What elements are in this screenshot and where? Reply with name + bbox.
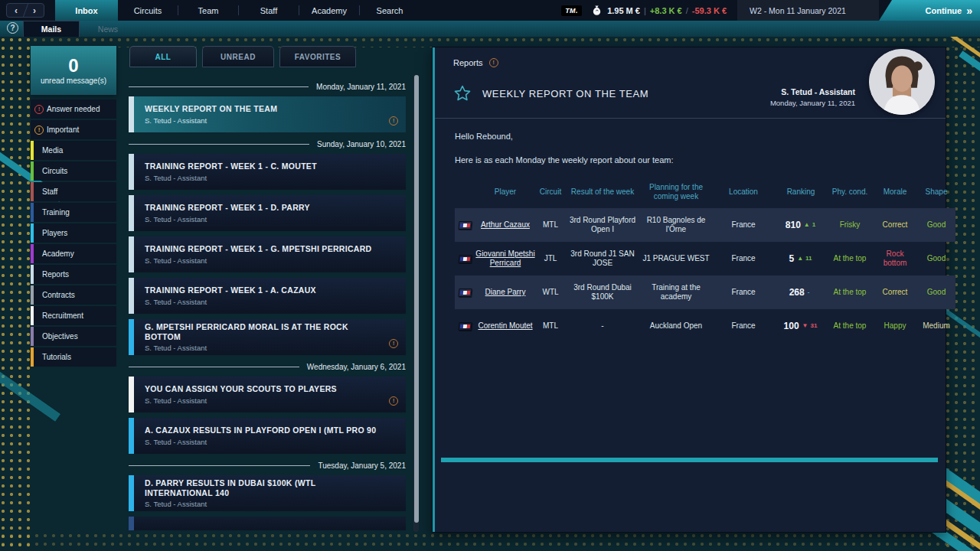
filter-label: Recruitment: [31, 311, 83, 320]
header-player: Player: [475, 187, 536, 197]
tab-news[interactable]: News: [80, 21, 136, 37]
mail-item-partial[interactable]: [129, 517, 406, 530]
category-color-bar: [31, 161, 34, 181]
tab-search[interactable]: Search: [360, 0, 420, 21]
morale-cell: Rock bottom: [873, 248, 917, 269]
mail-item-training-moutet[interactable]: TRAINING REPORT - WEEK 1 - C. MOUTET S. …: [129, 154, 406, 190]
alert-icon: !: [489, 58, 498, 67]
greeting-text: Hello Rebound,: [455, 132, 935, 141]
filter-label: Answer needed: [44, 105, 100, 113]
game-date: W2 - Mon 11 January 2021: [737, 0, 879, 21]
tab-favorites[interactable]: FAVORITES: [279, 46, 356, 67]
alert-icon: !: [34, 105, 44, 114]
location-cell: France: [712, 286, 775, 298]
tab-academy[interactable]: Academy: [299, 0, 359, 21]
filter-reports[interactable]: Reports: [31, 265, 116, 284]
mail-item-moral-rock-bottom[interactable]: G. MPETSHI PERRICARD MORAL IS AT THE ROC…: [129, 319, 406, 355]
help-icon[interactable]: ?: [7, 22, 18, 34]
topbar-right-cluster: TM. 1.95 M € | +8.3 K € / -59.3 K € W2 -…: [561, 0, 980, 21]
continue-button[interactable]: Continue »: [879, 0, 980, 21]
mail-subject: WEEKLY REPORT ON THE TEAM: [482, 88, 648, 99]
mail-title: TRAINING REPORT - WEEK 1 - C. MOUTET: [145, 161, 317, 171]
rank-change-icon: ▼: [802, 321, 809, 331]
tab-mails[interactable]: Mails: [23, 21, 80, 37]
tab-unread[interactable]: UNREAD: [202, 46, 274, 67]
mail-sender: S. Tetud - Assistant: [145, 256, 371, 265]
filter-label: Important: [44, 126, 79, 134]
filter-tutorials[interactable]: Tutorials: [31, 347, 116, 367]
favorite-star-icon[interactable]: [453, 84, 472, 103]
mail-item-cazaux-results[interactable]: A. CAZAUX RESULTS IN PLAYFORD OPEN I (MT…: [129, 418, 406, 454]
back-button[interactable]: ‹: [7, 4, 25, 17]
filter-label: Reports: [31, 270, 69, 279]
mail-accent-bar: [129, 517, 134, 530]
filter-label: Tutorials: [31, 353, 71, 361]
mail-item-weekly-report[interactable]: WEEKLY REPORT ON THE TEAM S. Tetud - Ass…: [129, 96, 406, 132]
location-cell: France: [712, 219, 775, 231]
filter-recruitment[interactable]: Recruitment: [31, 306, 116, 325]
mail-title: TRAINING REPORT - WEEK 1 - D. PARRY: [145, 203, 310, 213]
mail-scrollbar[interactable]: [413, 75, 419, 532]
tab-all[interactable]: ALL: [129, 46, 197, 67]
unread-counter: 0 unread message(s): [31, 46, 116, 95]
filter-media[interactable]: Media: [31, 141, 116, 160]
player-link[interactable]: Corentin Moutet: [478, 321, 532, 330]
phy-cond-cell: At the top: [827, 320, 873, 332]
ranking-cell: 5 ▲11: [775, 252, 827, 266]
player-link[interactable]: Arthur Cazaux: [481, 220, 530, 229]
section-title: Reports: [453, 58, 483, 67]
filter-contracts[interactable]: Contracts: [31, 285, 116, 305]
signature-divider: [441, 458, 938, 462]
filter-label: Objectives: [31, 332, 78, 341]
alert-icon: !: [34, 126, 44, 135]
tab-staff[interactable]: Staff: [239, 0, 299, 21]
filter-academy[interactable]: Academy: [31, 244, 116, 263]
planning-cell: J1 PRAGUE WEST: [640, 253, 712, 265]
flag-france-icon: [458, 255, 472, 263]
filter-training[interactable]: Training: [31, 203, 116, 222]
table-row-mpetshi: Giovanni Mpetshi Perricard JTL 3rd Round…: [455, 242, 956, 276]
divider: [129, 465, 310, 466]
dot-pattern-bottom: [0, 533, 980, 551]
mail-accent-bar: [129, 96, 134, 132]
filter-objectives[interactable]: Objectives: [31, 327, 116, 346]
filter-staff[interactable]: Staff: [31, 182, 116, 201]
filter-label: Contracts: [31, 291, 75, 299]
player-link[interactable]: Diane Parry: [485, 288, 526, 296]
shape-cell: Medium: [917, 320, 956, 332]
mail-filter-sidebar: 0 unread message(s) ! Answer needed ! Im…: [31, 46, 116, 368]
player-link[interactable]: Giovanni Mpetshi Perricard: [475, 249, 534, 267]
header-phy-cond: Phy. cond.: [827, 187, 873, 197]
divider: [129, 86, 309, 87]
rank-change-icon: -: [807, 287, 811, 298]
category-color-bar: [31, 223, 34, 243]
filter-players[interactable]: Players: [31, 223, 116, 243]
circuit-cell: JTL: [536, 253, 565, 265]
tab-inbox[interactable]: Inbox: [55, 0, 118, 21]
unread-label: unread message(s): [41, 77, 106, 85]
mail-item-training-cazaux[interactable]: TRAINING REPORT - WEEK 1 - A. CAZAUX S. …: [129, 278, 406, 314]
unread-count: 0: [68, 57, 78, 75]
header-result: Result of the week: [565, 187, 640, 197]
filter-answer-needed[interactable]: ! Answer needed: [31, 99, 116, 119]
mail-title: D. PARRY RESULTS IN DUBAI $100K (WTL INT…: [145, 478, 383, 497]
filter-important[interactable]: ! Important: [31, 120, 116, 139]
sender-avatar: [869, 49, 935, 115]
mail-title: G. MPETSHI PERRICARD MORAL IS AT THE ROC…: [145, 322, 383, 341]
separator: /: [686, 6, 688, 15]
header-shape: Shape: [917, 187, 956, 197]
mail-item-training-mpetshi[interactable]: TRAINING REPORT - WEEK 1 - G. MPETSHI PE…: [129, 236, 406, 272]
date-separator: Sunday, January 10, 2021: [129, 140, 406, 148]
tab-team[interactable]: Team: [178, 0, 238, 21]
filter-circuits[interactable]: Circuits: [31, 161, 116, 181]
date-label: Monday, January 11, 2021: [316, 83, 406, 91]
mail-item-assign-scouts[interactable]: YOU CAN ASSIGN YOUR SCOUTS TO PLAYERS S.…: [129, 377, 406, 412]
circuit-cell: MTL: [536, 320, 565, 332]
mail-item-parry-results[interactable]: D. PARRY RESULTS IN DUBAI $100K (WTL INT…: [129, 475, 406, 511]
scrollbar-thumb[interactable]: [414, 75, 419, 523]
tab-circuits[interactable]: Circuits: [118, 0, 178, 21]
forward-button[interactable]: ›: [25, 4, 44, 17]
mail-accent-bar: [129, 418, 134, 454]
header-ranking: Ranking: [775, 187, 827, 197]
mail-item-training-parry[interactable]: TRAINING REPORT - WEEK 1 - D. PARRY S. T…: [129, 195, 406, 231]
